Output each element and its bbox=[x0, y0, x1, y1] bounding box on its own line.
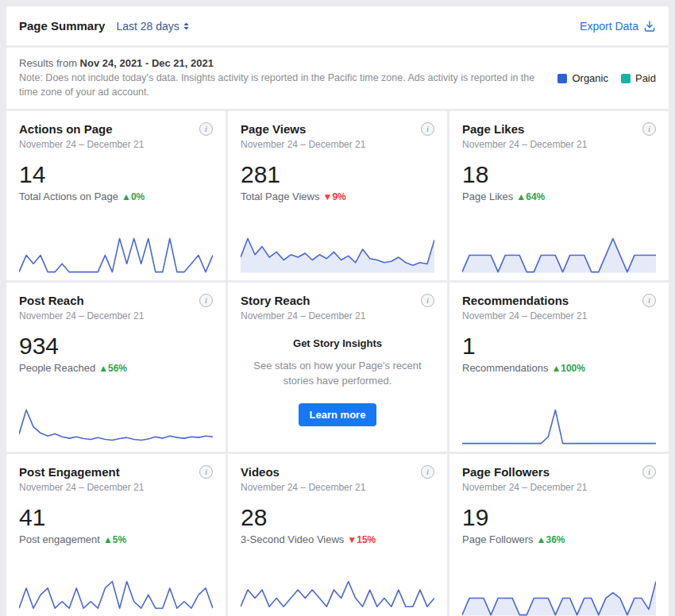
page-title: Page Summary bbox=[19, 19, 105, 33]
export-data-button[interactable]: Export Data bbox=[580, 20, 656, 33]
metric-delta: ▼9% bbox=[323, 191, 346, 202]
metric-value: 14 bbox=[19, 161, 213, 188]
metric-delta: ▲0% bbox=[122, 191, 145, 202]
story-insights-description: See stats on how your Page's recent stor… bbox=[252, 359, 423, 389]
sparkline-chart bbox=[462, 229, 656, 274]
sparkline-chart bbox=[462, 401, 656, 445]
card-actions-on-page: Actions on Page November 24 – December 2… bbox=[6, 111, 226, 280]
export-data-label: Export Data bbox=[580, 20, 638, 33]
date-range-label: Last 28 days bbox=[116, 20, 179, 33]
info-icon[interactable]: i bbox=[421, 294, 434, 307]
card-post-engagement: Post Engagement November 24 – December 2… bbox=[6, 454, 226, 616]
metric-label: Page Likes bbox=[462, 191, 513, 202]
card-page-likes: Page Likes November 24 – December 21 i 1… bbox=[449, 111, 669, 280]
sparkline-chart bbox=[241, 572, 434, 616]
metric-label: 3-Second Video Views bbox=[241, 533, 344, 545]
sort-arrows-icon bbox=[183, 21, 190, 31]
info-icon[interactable]: i bbox=[421, 465, 434, 479]
card-post-reach: Post Reach November 24 – December 21 i 9… bbox=[6, 283, 226, 452]
metric-value: 19 bbox=[462, 504, 656, 531]
card-date-range: November 24 – December 21 bbox=[462, 482, 587, 493]
legend-item-paid: Paid bbox=[621, 72, 656, 84]
card-date-range: November 24 – December 21 bbox=[462, 310, 587, 321]
metric-delta: ▲5% bbox=[103, 534, 126, 545]
results-prefix: Results from bbox=[19, 57, 80, 69]
metric-line: Recommendations▲100% bbox=[462, 362, 656, 374]
info-icon[interactable]: i bbox=[642, 294, 656, 307]
paid-label: Paid bbox=[635, 72, 656, 84]
info-icon[interactable]: i bbox=[421, 122, 434, 136]
metric-value: 18 bbox=[462, 161, 656, 188]
card-date-range: November 24 – December 21 bbox=[462, 139, 587, 150]
metric-label: People Reached bbox=[19, 362, 95, 374]
organic-swatch bbox=[557, 74, 567, 83]
legend: Organic Paid bbox=[546, 72, 656, 84]
timezone-note: Note: Does not include today's data. Ins… bbox=[19, 71, 543, 99]
metric-line: Total Actions on Page▲0% bbox=[19, 191, 213, 202]
card-date-range: November 24 – December 21 bbox=[241, 482, 365, 493]
info-icon[interactable]: i bbox=[199, 122, 213, 136]
learn-more-button[interactable]: Learn more bbox=[299, 403, 377, 426]
date-range-selector[interactable]: Last 28 days bbox=[116, 20, 189, 33]
organic-label: Organic bbox=[572, 72, 608, 84]
card-title: Recommendations bbox=[462, 294, 587, 307]
metric-delta: ▲36% bbox=[537, 534, 565, 545]
metric-value: 281 bbox=[241, 161, 434, 188]
card-date-range: November 24 – December 21 bbox=[19, 482, 144, 493]
paid-swatch bbox=[621, 74, 631, 83]
metric-value: 41 bbox=[19, 504, 213, 531]
info-icon[interactable]: i bbox=[642, 122, 656, 136]
metric-line: Page Likes▲64% bbox=[462, 191, 656, 202]
sparkline-chart bbox=[19, 401, 213, 445]
card-story-reach: Story Reach November 24 – December 21 i … bbox=[228, 283, 447, 452]
card-date-range: November 24 – December 21 bbox=[19, 310, 144, 321]
metric-label: Total Page Views bbox=[241, 191, 320, 202]
card-title: Post Reach bbox=[19, 294, 144, 307]
card-page-followers: Page Followers November 24 – December 21… bbox=[449, 454, 669, 616]
metric-label: Recommendations bbox=[462, 362, 548, 374]
sparkline-chart bbox=[462, 572, 656, 616]
card-date-range: November 24 – December 21 bbox=[19, 139, 144, 150]
metric-line: Page Followers▲36% bbox=[462, 533, 656, 545]
card-date-range: November 24 – December 21 bbox=[241, 139, 365, 150]
card-page-views: Page Views November 24 – December 21 i 2… bbox=[228, 111, 447, 280]
meta-bar: Results from Nov 24, 2021 - Dec 21, 2021… bbox=[6, 48, 669, 109]
metric-label: Page Followers bbox=[462, 533, 534, 545]
metric-delta: ▼15% bbox=[347, 534, 376, 545]
cards-grid: Actions on Page November 24 – December 2… bbox=[6, 111, 669, 616]
card-recommendations: Recommendations November 24 – December 2… bbox=[449, 283, 669, 452]
card-date-range: November 24 – December 21 bbox=[241, 310, 365, 321]
info-icon[interactable]: i bbox=[642, 465, 656, 479]
story-insights-heading: Get Story Insights bbox=[293, 337, 382, 349]
card-title: Story Reach bbox=[241, 294, 365, 307]
sparkline-chart bbox=[19, 229, 213, 274]
metric-value: 28 bbox=[241, 504, 434, 531]
metric-label: Post engagement bbox=[19, 533, 100, 545]
card-title: Page Followers bbox=[462, 465, 587, 479]
summary-header: Page Summary Last 28 days Export Data bbox=[6, 6, 669, 45]
metric-line: 3-Second Video Views▼15% bbox=[241, 533, 434, 545]
metric-delta: ▲56% bbox=[98, 363, 127, 374]
legend-item-organic: Organic bbox=[557, 72, 608, 84]
card-title: Actions on Page bbox=[19, 122, 144, 136]
results-range: Results from Nov 24, 2021 - Dec 21, 2021 bbox=[19, 57, 543, 69]
download-icon bbox=[643, 20, 656, 33]
metric-line: People Reached▲56% bbox=[19, 362, 213, 374]
card-title: Videos bbox=[241, 465, 365, 479]
metric-delta: ▲64% bbox=[516, 191, 545, 202]
sparkline-chart bbox=[241, 229, 434, 274]
metric-value: 1 bbox=[462, 333, 656, 360]
metric-line: Post engagement▲5% bbox=[19, 533, 213, 545]
card-title: Page Likes bbox=[462, 122, 587, 136]
info-icon[interactable]: i bbox=[199, 294, 213, 307]
card-videos: Videos November 24 – December 21 i 28 3-… bbox=[228, 454, 447, 616]
metric-line: Total Page Views▼9% bbox=[241, 191, 434, 202]
results-dates: Nov 24, 2021 - Dec 21, 2021 bbox=[80, 57, 214, 69]
info-icon[interactable]: i bbox=[199, 465, 213, 479]
sparkline-chart bbox=[19, 572, 213, 616]
metric-value: 934 bbox=[19, 333, 213, 360]
card-title: Page Views bbox=[241, 122, 365, 136]
metric-label: Total Actions on Page bbox=[19, 191, 118, 202]
metric-delta: ▲100% bbox=[551, 363, 585, 374]
card-title: Post Engagement bbox=[19, 465, 144, 479]
